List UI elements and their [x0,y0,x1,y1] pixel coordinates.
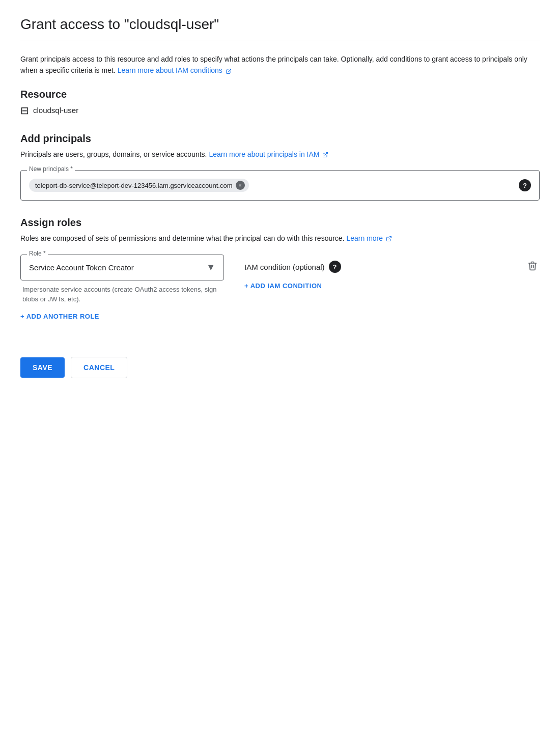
resource-name: cloudsql-user [33,106,78,115]
svg-line-1 [325,153,328,156]
role-select-inner[interactable]: Service Account Token Creator ▼ [21,255,223,280]
title-divider [20,41,540,41]
role-field-wrapper: Role * Service Account Token Creator ▼ I… [20,255,224,304]
resource-item: ⊟ cloudsql-user [20,104,540,117]
iam-condition-label: IAM condition (optional) [244,263,325,271]
description-text: Grant principals access to this resource… [20,53,540,76]
roles-row: Role * Service Account Token Creator ▼ I… [20,255,540,304]
resource-section: Resource ⊟ cloudsql-user [20,89,540,117]
principals-help-icon[interactable]: ? [519,179,531,191]
role-select[interactable]: Role * Service Account Token Creator ▼ [20,255,224,280]
principals-ext-icon [322,152,328,158]
page-title: Grant access to "cloudsql-user" [20,16,540,33]
assign-roles-title: Assign roles [20,217,540,229]
resource-section-title: Resource [20,89,540,100]
role-select-label: Role * [27,250,48,257]
add-iam-condition-btn[interactable]: + ADD IAM CONDITION [244,282,322,290]
roles-ext-icon [386,236,392,242]
roles-learn-more-link[interactable]: Learn more [346,234,391,242]
iam-condition-header: IAM condition (optional) ? [244,259,540,275]
iam-condition-help-icon[interactable]: ? [329,261,341,273]
assign-roles-section: Assign roles Roles are composed of sets … [20,217,540,340]
actions-row: SAVE CANCEL [20,357,540,378]
principal-chip[interactable]: teleport-db-service@teleport-dev-123456.… [29,179,249,192]
add-principals-section: Add principals Principals are users, gro… [20,133,540,201]
external-link-icon [226,68,232,74]
save-button[interactable]: SAVE [20,357,65,378]
role-description: Impersonate service accounts (create OAu… [20,285,224,304]
new-principals-label: New principals * [27,165,75,173]
new-principals-field[interactable]: New principals * teleport-db-service@tel… [20,170,540,201]
chip-value: teleport-db-service@teleport-dev-123456.… [35,182,233,189]
principals-link[interactable]: Learn more about principals in IAM [209,150,328,158]
chip-area: teleport-db-service@teleport-dev-123456.… [29,179,519,192]
svg-line-2 [388,237,391,240]
roles-description: Roles are composed of sets of permission… [20,233,540,244]
principals-description: Principals are users, groups, domains, o… [20,149,540,160]
resource-icon: ⊟ [20,104,29,117]
trash-icon [527,261,538,271]
role-select-value: Service Account Token Creator [29,263,134,272]
delete-role-btn[interactable] [525,259,540,275]
chip-close-btn[interactable]: × [236,181,245,190]
iam-conditions-link[interactable]: Learn more about IAM conditions [118,66,232,74]
add-principals-title: Add principals [20,133,540,145]
cancel-button[interactable]: CANCEL [71,357,127,378]
dropdown-arrow-icon: ▼ [206,262,215,273]
add-another-role-btn[interactable]: + ADD ANOTHER ROLE [20,313,99,320]
svg-line-0 [228,69,231,72]
iam-condition-wrapper: IAM condition (optional) ? + ADD IAM CON… [244,255,540,290]
